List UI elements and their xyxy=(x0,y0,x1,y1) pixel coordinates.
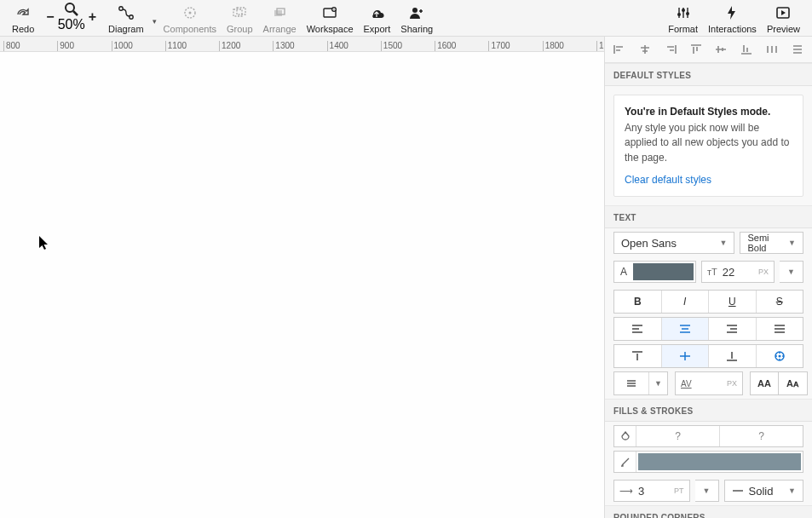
vertical-align-row xyxy=(613,344,803,368)
ruler-tick: 1300 xyxy=(273,41,326,51)
text-color-swatch xyxy=(633,263,694,280)
group-button[interactable]: Group xyxy=(222,3,258,36)
ruler-tick: 1400 xyxy=(327,41,381,51)
stroke-color-swatch xyxy=(638,453,801,470)
align-justify-button[interactable] xyxy=(757,318,803,340)
distribute-v-icon[interactable] xyxy=(788,40,807,59)
text-more-button[interactable] xyxy=(757,345,803,367)
fills-strokes-header: FILLS & STROKES xyxy=(605,399,812,422)
svg-point-15 xyxy=(686,12,689,15)
components-button[interactable]: Components xyxy=(158,3,222,36)
preview-icon xyxy=(775,3,791,22)
font-weight-select[interactable]: Semi Bold▼ xyxy=(740,232,803,254)
font-size-icon: тT xyxy=(707,267,717,277)
default-styles-info: You're in Default Styles mode. Any style… xyxy=(613,95,803,197)
preview-button[interactable]: Preview xyxy=(762,3,805,36)
info-title: You're in Default Styles mode. xyxy=(625,106,792,118)
stroke-width-icon: ⟶ xyxy=(619,486,633,497)
text-align-row xyxy=(613,317,803,341)
stroke-width-field[interactable]: ⟶ 3 PT xyxy=(613,480,690,502)
ruler-tick: 1800 xyxy=(543,41,596,51)
ruler-tick: 900 xyxy=(57,41,111,51)
fill-row[interactable]: ? ? xyxy=(613,425,803,447)
align-right-button[interactable] xyxy=(709,318,757,340)
align-bottom-icon[interactable] xyxy=(737,40,756,59)
stroke-width-unit-select[interactable]: ▼ xyxy=(695,480,719,502)
sharing-button[interactable]: Sharing xyxy=(395,3,438,36)
export-icon xyxy=(368,3,385,22)
sharing-icon xyxy=(408,3,425,22)
diagram-button[interactable]: Diagram xyxy=(103,3,149,36)
components-icon xyxy=(181,3,199,22)
alignment-row xyxy=(605,37,812,63)
diagram-caret-icon[interactable]: ▾ xyxy=(149,17,158,36)
format-icon xyxy=(676,3,691,22)
distribute-h-icon[interactable] xyxy=(763,40,781,59)
ruler-tick: 1600 xyxy=(435,41,488,51)
align-right-icon[interactable] xyxy=(661,40,680,59)
ruler-tick: 1100 xyxy=(165,41,219,51)
font-size-field[interactable]: тT 22 PX xyxy=(701,261,775,283)
svg-rect-8 xyxy=(274,10,282,16)
diagram-icon xyxy=(118,3,135,22)
right-panel: DEFAULT STYLES You're in Default Styles … xyxy=(604,37,812,518)
strikethrough-button[interactable]: S xyxy=(757,291,803,313)
arrange-button[interactable]: Arrange xyxy=(258,3,302,36)
font-size-unit-select[interactable]: ▼ xyxy=(780,261,803,283)
svg-rect-6 xyxy=(233,9,242,16)
info-body: Any style you pick now will be applied t… xyxy=(625,121,792,165)
svg-point-2 xyxy=(119,7,123,10)
magnifier-icon xyxy=(64,2,79,17)
stroke-color-row[interactable] xyxy=(613,451,803,473)
align-center-h-icon[interactable] xyxy=(636,40,654,59)
workspace-button[interactable]: Workspace xyxy=(302,3,359,36)
default-styles-header: DEFAULT STYLES xyxy=(605,63,812,86)
cursor-icon xyxy=(38,235,50,250)
valign-bottom-button[interactable] xyxy=(709,345,757,367)
stroke-style-select[interactable]: Solid ▼ xyxy=(724,480,804,502)
clear-default-styles-link[interactable]: Clear default styles xyxy=(625,174,711,186)
zoom-out-button[interactable]: − xyxy=(43,9,57,25)
interactions-button[interactable]: Interactions xyxy=(703,3,762,36)
align-left-button[interactable] xyxy=(614,318,662,340)
redo-button[interactable]: Redo xyxy=(7,3,39,36)
letter-spacing-field[interactable]: AVPX xyxy=(675,371,743,395)
interactions-icon xyxy=(726,3,738,22)
uppercase-button[interactable]: AA xyxy=(750,371,779,395)
group-icon xyxy=(232,3,247,22)
fill-icon xyxy=(614,426,636,446)
align-center-v-icon[interactable] xyxy=(711,40,730,59)
canvas[interactable] xyxy=(0,52,604,518)
valign-top-button[interactable] xyxy=(614,345,662,367)
format-button[interactable]: Format xyxy=(663,3,703,36)
arrange-icon xyxy=(272,3,287,22)
svg-point-12 xyxy=(412,8,418,13)
underline-button[interactable]: U xyxy=(709,291,757,313)
align-center-button[interactable] xyxy=(662,318,710,340)
bold-button[interactable]: B xyxy=(614,291,662,313)
ruler-tick: 1500 xyxy=(381,41,435,51)
ruler-tick: 800 xyxy=(3,41,57,51)
svg-point-13 xyxy=(677,13,681,16)
svg-line-1 xyxy=(73,11,78,15)
line-height-select[interactable]: ▼ xyxy=(613,371,668,395)
export-button[interactable]: Export xyxy=(359,3,396,36)
text-color-label: A xyxy=(614,266,633,278)
italic-button[interactable]: I xyxy=(662,291,710,313)
smallcaps-button[interactable]: Aᴀ xyxy=(779,371,808,395)
font-family-select[interactable]: Open Sans▼ xyxy=(613,232,734,254)
svg-point-5 xyxy=(188,12,191,14)
zoom-in-button[interactable]: + xyxy=(85,9,100,25)
svg-point-14 xyxy=(682,9,685,12)
svg-point-18 xyxy=(778,355,780,358)
svg-point-3 xyxy=(130,15,133,19)
rounded-corners-header: ROUNDED CORNERS xyxy=(605,505,812,518)
ruler-tick: 1700 xyxy=(488,41,542,51)
text-color-field[interactable]: A xyxy=(613,261,696,283)
align-left-icon[interactable] xyxy=(610,40,629,59)
zoom-control[interactable]: − 50% + xyxy=(43,2,100,32)
svg-rect-7 xyxy=(237,8,245,14)
valign-middle-button[interactable] xyxy=(662,345,710,367)
align-top-icon[interactable] xyxy=(687,40,705,59)
stroke-icon xyxy=(614,452,636,472)
